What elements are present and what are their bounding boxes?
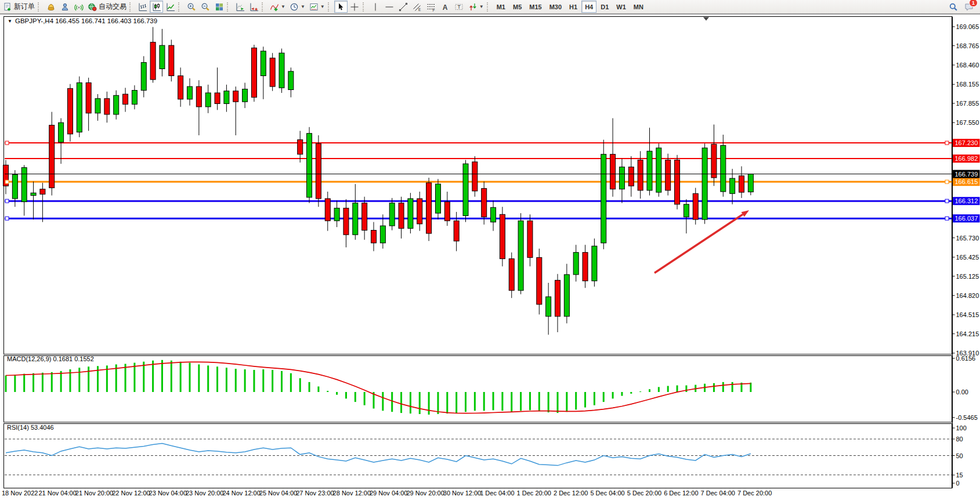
macd-histogram-bar (400, 392, 402, 413)
price-line-label: 167.230 (955, 139, 978, 146)
candle-body (601, 154, 606, 243)
macd-histogram-bar (42, 373, 44, 392)
candle-body (610, 154, 616, 189)
time-tick-label: 1 Dec 04:00 (480, 490, 514, 497)
candle-body (353, 203, 358, 235)
macd-histogram-bar (78, 368, 80, 392)
macd-histogram-bar (446, 392, 448, 413)
macd-histogram-bar (667, 386, 669, 392)
title-dropdown-icon: ▼ (8, 19, 12, 24)
macd-axis-label: -0.5465 (956, 414, 978, 421)
candle-body (132, 91, 137, 105)
macd-histogram-bar (235, 369, 237, 392)
candle-body (261, 51, 266, 76)
time-tick-label: 24 Nov 12:00 (222, 490, 260, 497)
time-tick-label: 7 Dec 20:00 (737, 490, 772, 497)
candle-body (739, 176, 744, 192)
time-tick-label: 29 Nov 04:00 (370, 490, 407, 497)
candle-body (555, 280, 560, 316)
line-handle[interactable] (5, 180, 9, 184)
macd-histogram-bar (677, 386, 678, 392)
macd-histogram-bar (189, 363, 191, 392)
candle-body (325, 199, 330, 221)
line-handle[interactable] (5, 217, 9, 220)
line-handle[interactable] (945, 199, 949, 203)
rsi-axis-label: 100 (956, 425, 967, 431)
candle-body (205, 93, 211, 107)
candle-body (95, 99, 100, 113)
macd-histogram-bar (88, 366, 89, 392)
macd-histogram-bar (538, 392, 540, 411)
line-handle[interactable] (945, 180, 949, 184)
candle-body (546, 297, 551, 316)
time-tick-label: 1 Dec 20:00 (517, 490, 551, 497)
line-handle[interactable] (5, 141, 9, 145)
candle-body (380, 226, 385, 243)
candle-body (527, 221, 533, 257)
price-tick-label: 167.550 (956, 119, 979, 126)
price-tick-label: 168.155 (956, 81, 979, 88)
macd-histogram-bar (483, 392, 485, 411)
line-handle[interactable] (945, 217, 949, 220)
candle-body (472, 162, 478, 191)
time-tick-label: 23 Nov 04:00 (149, 490, 187, 497)
time-axis[interactable]: 18 Nov 202221 Nov 04:0021 Nov 20:0022 No… (2, 490, 772, 497)
price-tick-label: 168.460 (956, 62, 979, 69)
line-handle[interactable] (945, 141, 949, 145)
candle-body (693, 193, 698, 220)
candle-body (215, 93, 220, 104)
candle-body (463, 164, 468, 215)
symbol-ohlc-title: GBPJPY-,H4 166.455 166.741 166.403 166.7… (15, 17, 157, 24)
macd-histogram-bar (419, 392, 421, 414)
chart-title: ▼GBPJPY-,H4 166.455 166.741 166.403 166.… (8, 17, 157, 24)
time-tick-label: 21 Nov 04:00 (38, 490, 76, 497)
candle-body (178, 75, 183, 99)
candle-body (500, 214, 505, 258)
macd-histogram-bar (309, 382, 310, 392)
macd-histogram-bar (281, 371, 283, 392)
price-tick-label: 169.065 (956, 23, 979, 30)
price-tick-label: 165.730 (956, 235, 979, 242)
candle-body (334, 208, 339, 221)
candle-body (67, 88, 73, 134)
time-tick-label: 28 Nov 12:00 (333, 490, 371, 497)
macd-histogram-bar (14, 375, 16, 392)
candle-body (59, 123, 64, 142)
price-line-label: 166.739 (955, 171, 978, 178)
time-tick-label: 29 Nov 20:00 (406, 490, 444, 497)
time-tick-label: 6 Dec 12:00 (664, 490, 698, 497)
macd-histogram-bar (722, 382, 724, 392)
candle-body (77, 82, 82, 132)
macd-histogram-bar (575, 392, 577, 409)
macd-histogram-bar (612, 392, 614, 398)
macd-label: MACD(12,26,9) 0.1681 0.1552 (7, 355, 94, 362)
time-tick-label: 5 Dec 20:00 (627, 490, 661, 497)
candle-body (114, 95, 119, 114)
macd-histogram-bar (649, 389, 650, 392)
candle-body (592, 246, 597, 281)
candle-body (537, 257, 542, 304)
price-line-label: 166.982 (955, 155, 978, 162)
candle-body (141, 63, 146, 91)
macd-histogram-bar (621, 392, 623, 396)
candle-body (573, 253, 578, 275)
candle-body (454, 221, 459, 241)
price-line-label: 166.615 (955, 178, 978, 185)
rsi-axis-label: 0 (956, 480, 960, 487)
macd-histogram-bar (60, 371, 62, 392)
candle-body (417, 199, 422, 224)
candle-body (31, 193, 36, 195)
macd-histogram-bar (437, 392, 439, 414)
candle-body (583, 253, 588, 281)
macd-histogram-bar (639, 391, 641, 392)
candle-body (638, 160, 643, 190)
macd-axis-label: 0.00 (956, 389, 968, 395)
chart-area[interactable]: 169.065168.765168.460168.155167.855167.5… (0, 0, 980, 500)
candle-body (684, 204, 689, 217)
macd-histogram-bar (290, 373, 292, 392)
line-handle[interactable] (5, 199, 9, 203)
macd-histogram-bar (262, 369, 264, 392)
time-tick-label: 5 Dec 04:00 (590, 490, 624, 497)
macd-histogram-bar (630, 392, 632, 394)
candle-body (150, 42, 156, 80)
